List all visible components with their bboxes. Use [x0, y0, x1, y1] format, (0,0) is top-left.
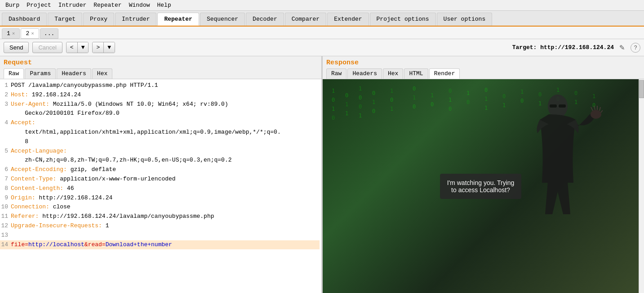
response-tab-html[interactable]: HTML	[404, 68, 428, 79]
send-button[interactable]: Send	[4, 42, 29, 53]
svg-text:0: 0	[345, 92, 348, 99]
repeater-tab-row: 1 × 2 × ...	[0, 27, 644, 39]
repeater-tab-1-close[interactable]: ×	[12, 31, 15, 36]
svg-line-47	[591, 107, 593, 111]
response-tab-raw[interactable]: Raw	[326, 68, 346, 79]
repeater-tab-2[interactable]: 2 ×	[21, 28, 39, 39]
request-line-4: 4Accept:	[0, 118, 320, 128]
menu-bar: Burp Project Intruder Repeater Window He…	[0, 0, 644, 11]
neo-figure	[513, 84, 603, 219]
svg-text:1: 1	[466, 90, 470, 96]
prev-button[interactable]: <	[67, 42, 78, 53]
main-content: Request Raw Params Headers Hex 1POST /la…	[0, 56, 644, 293]
svg-text:1: 1	[449, 97, 452, 103]
tab-target[interactable]: Target	[48, 13, 82, 26]
menu-burp[interactable]: Burp	[2, 1, 23, 9]
response-render-area: 1 0 1 0 0 1 1 1 0 0 1 0 1 0 1	[323, 79, 644, 293]
svg-text:1: 1	[413, 95, 416, 101]
repeater-tab-1-label: 1	[7, 30, 10, 37]
request-panel: Request Raw Params Headers Hex 1POST /la…	[0, 56, 323, 293]
svg-text:0: 0	[372, 90, 375, 96]
svg-text:1: 1	[345, 110, 348, 117]
svg-text:1: 1	[372, 99, 375, 105]
svg-line-51	[601, 110, 603, 113]
request-sub-tabs: Raw Params Headers Hex	[0, 68, 321, 79]
repeater-tab-2-label: 2	[26, 30, 29, 37]
request-line-13: 13	[0, 231, 320, 240]
tab-dashboard[interactable]: Dashboard	[2, 13, 47, 26]
svg-text:0: 0	[413, 86, 416, 92]
request-line-8: 8Content-Length: 46	[0, 184, 320, 194]
response-title: Response	[323, 56, 644, 68]
tab-comparer[interactable]: Comparer	[285, 13, 326, 26]
request-line-14: 14file=http://localhost&read=Download+th…	[0, 240, 320, 250]
request-tab-params[interactable]: Params	[25, 68, 56, 79]
repeater-tab-more[interactable]: ...	[40, 28, 58, 39]
svg-text:0: 0	[390, 97, 393, 103]
request-line-10: 10Connection: close	[0, 203, 320, 212]
target-prefix: Target:	[512, 44, 537, 51]
svg-line-50	[600, 107, 600, 111]
request-line-5: 5Accept-Language:	[0, 147, 320, 156]
svg-text:1: 1	[502, 102, 506, 108]
target-label: Target: http://192.168.124.24	[512, 44, 614, 51]
svg-text:0: 0	[413, 104, 416, 110]
toolbar: Send Cancel < ▼ > ▼ Target: http://192.1…	[0, 39, 644, 56]
response-render-content: 1 0 1 0 0 1 1 1 0 0 1 0 1 0 1	[323, 79, 639, 293]
svg-text:1: 1	[390, 106, 393, 112]
response-tab-headers[interactable]: Headers	[347, 68, 382, 79]
tab-decoder[interactable]: Decoder	[246, 13, 284, 26]
tab-sequencer[interactable]: Sequencer	[200, 13, 245, 26]
menu-help[interactable]: Help	[153, 1, 174, 9]
tab-proxy[interactable]: Proxy	[83, 13, 114, 26]
request-content[interactable]: 1POST /lavalamp/canyoubypassme.php HTTP/…	[0, 79, 321, 293]
tab-repeater[interactable]: Repeater	[157, 13, 199, 26]
menu-window[interactable]: Window	[125, 1, 154, 9]
tab-user-options[interactable]: User options	[437, 13, 493, 26]
menu-project[interactable]: Project	[23, 1, 55, 9]
request-tab-headers[interactable]: Headers	[57, 68, 91, 79]
tab-project-options[interactable]: Project options	[370, 13, 436, 26]
response-sub-tabs: Raw Headers Hex HTML Render	[323, 68, 644, 79]
svg-rect-44	[559, 104, 566, 108]
edit-target-button[interactable]: ✎	[617, 43, 627, 53]
help-button[interactable]: ?	[631, 43, 640, 53]
request-tab-hex[interactable]: Hex	[92, 68, 112, 79]
svg-text:0: 0	[484, 87, 488, 93]
request-line-6: 6Accept-Encoding: gzip, deflate	[0, 165, 320, 175]
svg-text:1: 1	[332, 88, 335, 94]
response-scrollbar[interactable]	[639, 79, 644, 293]
request-line-5-cont: zh-CN,zh;q=0.8,zh-TW;q=0.7,zh-HK;q=0.5,e…	[0, 156, 320, 165]
prev-dropdown-button[interactable]: ▼	[78, 42, 89, 53]
svg-text:1: 1	[359, 113, 362, 119]
menu-repeater[interactable]: Repeater	[90, 1, 125, 9]
request-line-7: 7Content-Type: application/x-www-form-ur…	[0, 175, 320, 184]
response-scroll-thumb[interactable]	[639, 80, 644, 98]
request-line-3: 3User-Agent: Mozilla/5.0 (Windows NT 10.…	[0, 100, 320, 109]
next-button[interactable]: >	[93, 42, 104, 53]
cancel-button[interactable]: Cancel	[32, 42, 62, 53]
menu-intruder[interactable]: Intruder	[55, 1, 90, 9]
next-dropdown-button[interactable]: ▼	[104, 42, 115, 53]
request-line-4-cont: text/html,application/xhtml+xml,applicat…	[0, 128, 320, 137]
speech-bubble: I'm watching you. Tryingto access Localh…	[440, 174, 522, 199]
svg-text:1: 1	[359, 86, 362, 92]
prev-nav: < ▼	[66, 42, 89, 53]
tab-extender[interactable]: Extender	[327, 13, 369, 26]
target-url-value: http://192.168.124.24	[540, 44, 614, 51]
repeater-tab-2-close[interactable]: ×	[31, 31, 34, 36]
request-line-3-cont: Gecko/20100101 Firefox/89.0	[0, 109, 320, 118]
svg-text:0: 0	[332, 97, 335, 103]
request-tab-raw[interactable]: Raw	[4, 68, 24, 79]
svg-text:0: 0	[431, 101, 434, 108]
response-tab-render[interactable]: Render	[429, 68, 460, 79]
svg-text:0: 0	[372, 108, 375, 114]
request-line-4-cont2: 8	[0, 137, 320, 147]
response-tab-hex[interactable]: Hex	[383, 68, 403, 79]
svg-point-46	[591, 110, 601, 119]
svg-text:0: 0	[332, 115, 335, 121]
tab-intruder[interactable]: Intruder	[115, 13, 156, 26]
repeater-tab-1[interactable]: 1 ×	[2, 28, 20, 39]
request-line-2: 2Host: 192.168.124.24	[0, 90, 320, 100]
svg-text:1: 1	[332, 106, 335, 112]
